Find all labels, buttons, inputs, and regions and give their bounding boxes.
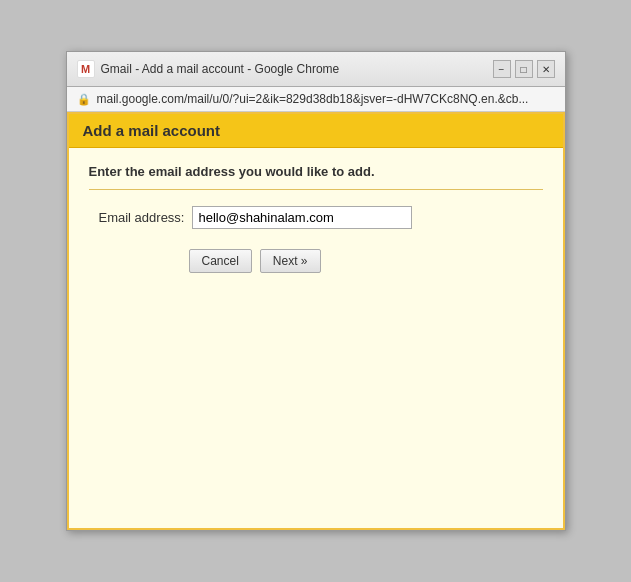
email-label: Email address: [99,210,185,225]
lock-icon: 🔒 [77,93,91,106]
page-content: Add a mail account Enter the email addre… [67,112,565,530]
address-bar: 🔒 mail.google.com/mail/u/0/?ui=2&ik=829d… [67,87,565,112]
url-text[interactable]: mail.google.com/mail/u/0/?ui=2&ik=829d38… [97,92,555,106]
email-form-row: Email address: [99,206,543,229]
cancel-button[interactable]: Cancel [189,249,252,273]
email-input[interactable] [192,206,412,229]
title-bar: M Gmail - Add a mail account - Google Ch… [67,52,565,87]
button-row: Cancel Next » [99,249,543,273]
instruction-text: Enter the email address you would like t… [89,164,543,190]
page-body: Enter the email address you would like t… [69,148,563,528]
gmail-favicon: M [77,60,95,78]
maximize-button[interactable]: □ [515,60,533,78]
window-title: Gmail - Add a mail account - Google Chro… [101,62,340,76]
title-bar-left: M Gmail - Add a mail account - Google Ch… [77,60,340,78]
page-header: Add a mail account [69,114,563,148]
close-button[interactable]: ✕ [537,60,555,78]
browser-window: M Gmail - Add a mail account - Google Ch… [66,51,566,531]
next-button[interactable]: Next » [260,249,321,273]
page-title: Add a mail account [83,122,221,139]
minimize-button[interactable]: − [493,60,511,78]
window-controls: − □ ✕ [493,60,555,78]
